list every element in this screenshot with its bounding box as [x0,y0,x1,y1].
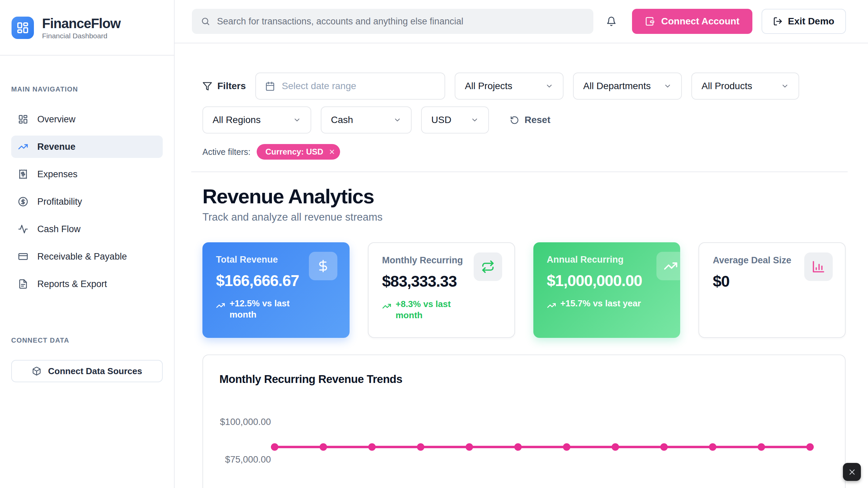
departments-select[interactable]: All Departments [573,73,682,100]
main-navigation: Overview Revenue Expenses [11,108,163,295]
sidebar-item-label: Reports & Export [37,279,107,289]
mrr-line-chart[interactable] [203,355,845,488]
products-select[interactable]: All Products [691,73,799,100]
top-bar: Connect Account Exit Demo [175,0,868,43]
dashboard-logo-icon [16,21,29,34]
connect-data-sources-button[interactable]: Connect Data Sources [11,360,163,382]
reset-label: Reset [525,115,550,125]
sidebar-item-label: Cash Flow [37,224,81,235]
connect-data-sources-label: Connect Data Sources [48,366,142,377]
filters-title: Filters [217,81,246,92]
credit-card-icon [18,251,28,262]
kpi-change-text: +12.5% vs last month [230,298,311,320]
sidebar-item-label: Expenses [37,169,78,180]
rotate-ccw-icon [510,116,519,125]
connect-data-label: CONNECT DATA [11,337,163,344]
products-select-value: All Products [702,81,752,92]
sidebar-item-label: Receivable & Payable [37,251,127,262]
sidebar-item-profitability[interactable]: Profitability [11,190,163,213]
kpi-change-text: +8.3% vs last month [396,299,477,321]
projects-select[interactable]: All Projects [455,73,564,100]
notifications-bell-icon[interactable] [606,16,616,26]
chevron-down-icon [293,116,301,124]
currency-select[interactable]: USD [421,106,489,134]
trending-up-icon [382,302,391,311]
sidebar: FinanceFlow Financial Dashboard MAIN NAV… [0,0,175,488]
connect-account-label: Connect Account [661,16,739,27]
dashboard-grid-icon [18,114,28,124]
departments-select-value: All Departments [583,81,651,92]
circle-dollar-icon [18,197,28,207]
kpi-label: Annual Recurring [547,255,667,265]
sidebar-item-reports-export[interactable]: Reports & Export [11,273,163,295]
funnel-icon [202,81,212,91]
close-icon [848,468,856,476]
section-divider [191,171,848,172]
monthly-recurring-card[interactable]: Monthly Recurring $83,333.33 +8.3% vs la… [368,242,515,338]
annual-recurring-card[interactable]: Annual Recurring $1,000,000.00 +15.7% vs… [533,242,680,338]
filters-header: Filters [202,81,246,92]
kpi-change: +15.7% vs last year [547,298,667,310]
date-range-field[interactable] [255,73,445,100]
receipt-icon [18,169,28,179]
regions-select-value: All Regions [213,115,261,125]
currency-filter-chip[interactable]: Currency: USD [257,144,340,160]
kpi-value: $1,000,000.00 [547,271,667,290]
log-out-icon [773,17,783,26]
page-subtitle: Track and analyze all revenue streams [202,211,846,223]
wallet-icon [645,16,655,26]
average-deal-size-card[interactable]: Average Deal Size $0 [698,242,846,338]
app-logo [12,17,34,39]
sidebar-item-label: Revenue [37,142,76,152]
search-input[interactable] [217,16,585,27]
active-filters-row: Active filters: Currency: USD [202,144,846,160]
remove-chip-icon[interactable] [329,148,335,155]
global-search[interactable] [192,9,593,34]
search-icon [201,17,210,26]
sidebar-item-revenue[interactable]: Revenue [11,136,163,158]
main-content: Filters All Projects All Departments [175,43,868,488]
trending-up-icon [656,252,680,280]
regions-select[interactable]: All Regions [202,106,311,134]
accounting-basis-select[interactable]: Cash [321,106,412,134]
chevron-down-icon [781,82,789,90]
currency-select-value: USD [431,115,451,125]
kpi-change-text: +15.7% vs last year [560,298,641,309]
filters-row-1: Filters All Projects All Departments [202,73,846,100]
sidebar-item-expenses[interactable]: Expenses [11,163,163,185]
kpi-change: +12.5% vs last month [216,298,336,320]
cube-icon [32,366,41,376]
trending-up-icon [547,301,556,310]
currency-chip-label: Currency: USD [265,147,323,157]
chevron-down-icon [393,116,401,124]
exit-demo-button[interactable]: Exit Demo [762,9,846,34]
page-title: Revenue Analytics [202,185,846,208]
connect-account-button[interactable]: Connect Account [632,9,752,34]
mrr-trends-chart-card: Monthly Recurring Revenue Trends $100,00… [202,354,846,488]
app-title: FinanceFlow [42,16,120,31]
trending-up-icon [216,301,225,310]
chevron-down-icon [545,82,553,90]
dollar-sign-icon [309,252,337,280]
sidebar-item-overview[interactable]: Overview [11,108,163,130]
app-logo-block: FinanceFlow Financial Dashboard [0,0,174,56]
close-overlay-button[interactable] [843,463,861,481]
bar-chart-icon [804,252,833,281]
filters-row-2: All Regions Cash USD Reset [202,106,846,134]
calendar-icon [265,81,275,91]
sidebar-item-label: Overview [37,114,76,125]
projects-select-value: All Projects [465,81,512,92]
date-range-input[interactable] [282,81,435,92]
app-subtitle: Financial Dashboard [42,32,120,40]
main-navigation-label: MAIN NAVIGATION [11,85,163,93]
activity-icon [18,224,28,234]
file-text-icon [18,279,28,289]
trending-up-icon [18,142,28,152]
sidebar-item-label: Profitability [37,197,82,207]
reset-filters-button[interactable]: Reset [510,115,550,125]
chevron-down-icon [471,116,479,124]
sidebar-item-receivable-payable[interactable]: Receivable & Payable [11,245,163,268]
total-revenue-card[interactable]: Total Revenue $166,666.67 +12.5% vs last… [202,242,350,338]
accounting-basis-value: Cash [331,115,353,125]
sidebar-item-cash-flow[interactable]: Cash Flow [11,218,163,240]
